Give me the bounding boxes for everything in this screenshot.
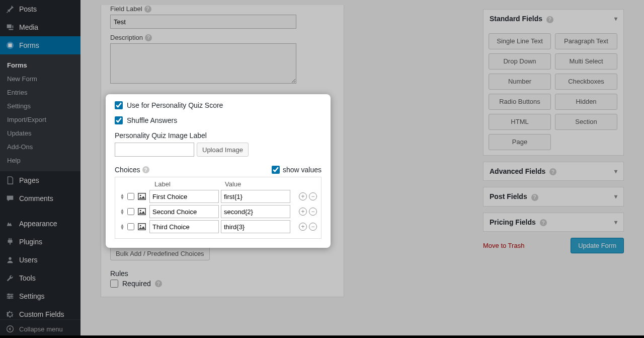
nav-forms[interactable]: Forms [0,36,80,54]
image-icon[interactable] [136,222,147,232]
nav-label: Media [19,23,38,31]
help-icon[interactable]: ? [531,194,538,201]
panel-header-post[interactable]: Post Fields ? ▾ [484,187,623,206]
help-icon[interactable]: ? [549,168,556,175]
svg-point-6 [8,294,10,296]
field-btn-paragraph[interactable]: Paragraph Text [555,33,617,49]
panel-title: Standard Fields [490,15,542,23]
remove-choice-icon[interactable]: − [309,208,317,216]
description-text: Description [110,34,143,41]
svg-point-11 [140,195,141,196]
choice-row: ▲▼ + − [119,220,317,233]
field-btn-single-line[interactable]: Single Line Text [489,33,551,49]
submenu-help[interactable]: Help [0,154,80,167]
choice-select-checkbox[interactable] [127,193,134,200]
panel-header-standard[interactable]: Standard Fields ? ▾ [484,10,623,28]
submenu-add-ons[interactable]: Add-Ons [0,140,80,154]
field-btn-radio[interactable]: Radio Buttons [489,94,551,110]
panel-header-pricing[interactable]: Pricing Fields ? ▾ [484,213,623,232]
drag-handle-icon[interactable]: ▲▼ [119,224,125,230]
submenu-entries[interactable]: Entries [0,86,80,99]
svg-point-15 [140,225,141,227]
add-choice-icon[interactable]: + [299,208,307,216]
choice-value-input[interactable] [221,190,290,203]
choice-row: ▲▼ + − [119,205,317,218]
nav-settings[interactable]: Settings [0,287,80,305]
submenu-new-form[interactable]: New Form [0,72,80,86]
choice-label-input[interactable] [149,190,219,203]
panel-header-advanced[interactable]: Advanced Fields ? ▾ [484,162,623,181]
required-checkbox[interactable] [110,280,118,288]
field-btn-dropdown[interactable]: Drop Down [489,53,551,70]
field-label-text: Field Label [110,5,142,13]
settings-icon [5,291,15,301]
help-icon[interactable]: ? [540,219,547,226]
show-values-checkbox[interactable] [272,166,280,174]
field-btn-number[interactable]: Number [489,74,551,90]
panel-post-fields: Post Fields ? ▾ [483,187,624,207]
image-icon[interactable] [136,191,147,201]
field-btn-multiselect[interactable]: Multi Select [555,53,617,70]
choice-select-checkbox[interactable] [127,223,134,230]
description-row: Description ? [110,34,335,41]
choice-label-input[interactable] [149,220,219,233]
chevron-down-icon: ▾ [614,168,617,175]
nav-appearance[interactable]: Appearance [0,215,80,233]
nav-plugins[interactable]: Plugins [0,233,80,251]
choice-value-input[interactable] [221,205,290,218]
svg-point-8 [8,297,10,299]
media-icon [5,22,15,32]
submenu-updates[interactable]: Updates [0,126,80,140]
plugins-icon [5,237,15,247]
submenu-settings[interactable]: Settings [0,99,80,113]
tools-icon [5,273,15,283]
image-icon[interactable] [136,207,147,217]
nav-comments[interactable]: Comments [0,189,80,208]
help-icon[interactable]: ? [155,280,162,287]
submenu-forms[interactable]: Forms [0,58,80,72]
remove-choice-icon[interactable]: − [309,223,317,231]
submenu-import-export[interactable]: Import/Export [0,113,80,126]
nav-users[interactable]: Users [0,251,80,269]
nav-pages[interactable]: Pages [0,171,80,189]
remove-choice-icon[interactable]: − [309,192,317,200]
add-choice-icon[interactable]: + [299,192,307,200]
description-textarea[interactable] [110,43,296,84]
nav-posts[interactable]: Posts [0,0,80,18]
field-label-input[interactable] [110,15,296,29]
drag-handle-icon[interactable]: ▲▼ [119,209,125,215]
nav-media[interactable]: Media [0,18,80,36]
help-icon[interactable]: ? [546,16,553,23]
field-btn-hidden[interactable]: Hidden [555,94,617,110]
field-btn-html[interactable]: HTML [489,114,551,130]
choices-box: Label Value ▲▼ + − ▲▼ [115,177,321,239]
shuffle-checkbox[interactable] [115,116,123,124]
choice-value-input[interactable] [221,220,290,233]
use-quiz-label: Use for Personality Quiz Score [127,101,223,109]
help-icon[interactable]: ? [144,6,151,13]
field-btn-page[interactable]: Page [489,134,551,150]
update-form-button[interactable]: Update Form [571,238,624,253]
panel-title: Post Fields [490,192,527,200]
nav-label: Forms [19,41,39,49]
use-quiz-checkbox[interactable] [115,101,123,109]
upload-image-button[interactable]: Upload Image [197,143,249,157]
drag-handle-icon[interactable]: ▲▼ [119,193,125,199]
quiz-settings-highlight: Use for Personality Quiz Score Shuffle A… [106,94,331,248]
field-btn-checkboxes[interactable]: Checkboxes [555,74,617,90]
show-values-label: show values [283,166,321,174]
panel-pricing-fields: Pricing Fields ? ▾ [483,213,624,232]
help-icon[interactable]: ? [145,34,152,41]
add-choice-icon[interactable]: + [299,223,307,231]
choice-select-checkbox[interactable] [127,208,134,215]
help-icon[interactable]: ? [142,166,149,173]
move-to-trash-link[interactable]: Move to Trash [483,242,524,249]
choice-row: ▲▼ + − [119,190,317,203]
nav-label: Users [19,256,38,264]
field-btn-section[interactable]: Section [555,114,617,130]
chevron-down-icon: ▾ [614,219,617,226]
bulk-add-button[interactable]: Bulk Add / Predefined Choices [110,247,210,260]
choice-label-input[interactable] [149,205,219,218]
nav-tools[interactable]: Tools [0,269,80,287]
quiz-image-input[interactable] [115,143,194,157]
